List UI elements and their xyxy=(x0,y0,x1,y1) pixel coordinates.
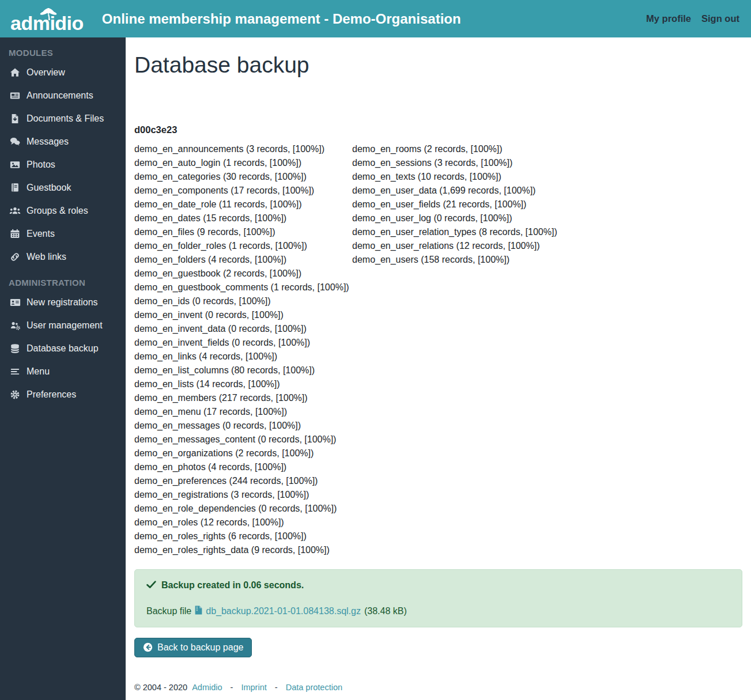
table-entry: demo_en_organizations (2 records, [100%]… xyxy=(134,447,352,460)
sidebar-item-announcements[interactable]: Announcements xyxy=(0,84,126,107)
table-entry: demo_en_folders (4 records, [100%]) xyxy=(134,253,352,267)
sidebar-item-label: Photos xyxy=(27,160,55,170)
table-entry: demo_en_announcements (3 records, [100%]… xyxy=(134,142,352,156)
alert-message: Backup created in 0.06 seconds. xyxy=(161,580,304,591)
table-entry: demo_en_list_columns (80 records, [100%]… xyxy=(134,364,352,377)
app-title: Online membership management - Demo-Orga… xyxy=(102,11,461,27)
main-content: Database backup d00c3e23 demo_en_announc… xyxy=(126,37,751,692)
backup-file-link[interactable]: db_backup.2021-01-01.084138.sql.gz xyxy=(206,606,361,616)
users-cog-icon xyxy=(9,320,21,331)
sidebar-item-label: User management xyxy=(27,320,103,331)
footer-link-imprint[interactable]: Imprint xyxy=(241,683,266,692)
sidebar-item-database-backup[interactable]: Database backup xyxy=(0,337,126,360)
table-entry: demo_en_user_data (1,699 records, [100%]… xyxy=(352,184,557,198)
table-entry: demo_en_links (4 records, [100%]) xyxy=(134,350,352,364)
table-entry: demo_en_invent_fields (0 records, [100%]… xyxy=(134,336,352,350)
database-icon xyxy=(9,343,21,354)
table-entry: demo_en_roles_rights_data (9 records, [1… xyxy=(134,543,352,557)
table-entry: demo_en_invent_data (0 records, [100%]) xyxy=(134,322,352,336)
sidebar-item-documents-files[interactable]: Documents & Files xyxy=(0,107,126,130)
sidebar-item-overview[interactable]: Overview xyxy=(0,61,126,84)
sidebar-item-groups-roles[interactable]: Groups & roles xyxy=(0,199,126,222)
sidebar-item-photos[interactable]: Photos xyxy=(0,153,126,176)
sidebar-item-messages[interactable]: Messages xyxy=(0,130,126,153)
check-icon xyxy=(146,580,156,592)
table-list: demo_en_announcements (3 records, [100%]… xyxy=(134,142,742,557)
success-alert: Backup created in 0.06 seconds. Backup f… xyxy=(134,569,742,627)
footer-link-admidio[interactable]: Admidio xyxy=(192,683,222,692)
newspaper-icon xyxy=(9,90,21,101)
sidebar-section-heading: MODULES xyxy=(0,39,126,61)
my-profile-link[interactable]: My profile xyxy=(646,13,691,24)
table-list-right-column: demo_en_rooms (2 records, [100%])demo_en… xyxy=(352,142,557,557)
sign-out-link[interactable]: Sign out xyxy=(701,13,739,24)
table-entry: demo_en_roles (12 records, [100%]) xyxy=(134,516,352,529)
sidebar-item-label: Messages xyxy=(27,137,69,147)
table-entry: demo_en_categories (30 records, [100%]) xyxy=(134,170,352,184)
sidebar-item-label: Announcements xyxy=(27,90,93,101)
table-entry: demo_en_invent (0 records, [100%]) xyxy=(134,308,352,322)
menu-bars-icon xyxy=(9,366,21,377)
table-entry: demo_en_menu (17 records, [100%]) xyxy=(134,405,352,419)
table-entry: demo_en_texts (10 records, [100%]) xyxy=(352,170,557,184)
sidebar-item-events[interactable]: Events xyxy=(0,222,126,245)
app-logo[interactable]: admidio xyxy=(10,5,84,33)
table-entry: demo_en_folder_roles (1 records, [100%]) xyxy=(134,239,352,253)
table-entry: demo_en_preferences (244 records, [100%]… xyxy=(134,474,352,488)
users-icon xyxy=(9,206,21,216)
table-entry: demo_en_components (17 records, [100%]) xyxy=(134,184,352,198)
table-entry: demo_en_guestbook_comments (1 records, [… xyxy=(134,281,352,294)
sidebar-item-guestbook[interactable]: Guestbook xyxy=(0,176,126,199)
table-entry: demo_en_lists (14 records, [100%]) xyxy=(134,377,352,391)
sidebar-item-label: Overview xyxy=(27,67,65,78)
sidebar-item-label: New registrations xyxy=(27,297,98,308)
footer-link-data-protection[interactable]: Data protection xyxy=(286,683,342,692)
table-entry: demo_en_user_fields (21 records, [100%]) xyxy=(352,198,557,211)
sidebar-item-menu[interactable]: Menu xyxy=(0,360,126,383)
file-archive-icon xyxy=(195,606,202,617)
calendar-icon xyxy=(9,229,21,239)
file-download-icon xyxy=(9,113,21,124)
table-entry: demo_en_role_dependencies (0 records, [1… xyxy=(134,502,352,516)
sidebar-item-label: Guestbook xyxy=(27,183,71,193)
sidebar-item-label: Preferences xyxy=(27,389,76,400)
address-card-icon xyxy=(9,297,21,308)
sidebar-item-preferences[interactable]: Preferences xyxy=(0,383,126,406)
table-entry: demo_en_user_relations (12 records, [100… xyxy=(352,239,557,253)
home-icon xyxy=(9,67,21,78)
link-icon xyxy=(9,252,21,262)
table-entry: demo_en_messages (0 records, [100%]) xyxy=(134,419,352,433)
image-icon xyxy=(9,160,21,170)
comments-icon xyxy=(9,137,21,147)
table-entry: demo_en_registrations (3 records, [100%]… xyxy=(134,488,352,502)
table-list-left-column: demo_en_announcements (3 records, [100%]… xyxy=(134,142,352,557)
page-footer: © 2004 - 2020 Admidio - Imprint - Data p… xyxy=(134,683,742,692)
alert-message-row: Backup created in 0.06 seconds. xyxy=(146,580,730,592)
table-entry: demo_en_rooms (2 records, [100%]) xyxy=(352,142,557,156)
book-icon xyxy=(9,183,21,193)
table-entry: demo_en_guestbook (2 records, [100%]) xyxy=(134,267,352,281)
sidebar-item-user-management[interactable]: User management xyxy=(0,314,126,337)
footer-separator: - xyxy=(231,683,233,692)
header-nav: My profile Sign out xyxy=(646,13,739,24)
backup-id: d00c3e23 xyxy=(134,124,742,135)
backup-file-row: Backup file db_backup.2021-01-01.084138.… xyxy=(146,606,730,617)
sidebar-item-label: Groups & roles xyxy=(27,206,88,216)
table-entry: demo_en_user_log (0 records, [100%]) xyxy=(352,211,557,225)
table-entry: demo_en_auto_login (1 records, [100%]) xyxy=(134,156,352,170)
sidebar-item-label: Menu xyxy=(27,366,50,377)
sidebar: MODULESOverviewAnnouncementsDocuments & … xyxy=(0,37,126,700)
sidebar-item-label: Events xyxy=(27,229,55,239)
backup-file-label: Backup file xyxy=(146,606,191,616)
sidebar-item-new-registrations[interactable]: New registrations xyxy=(0,291,126,314)
arrow-left-circle-icon xyxy=(143,642,153,652)
copyright-text: © 2004 - 2020 xyxy=(134,683,187,692)
back-to-backup-button[interactable]: Back to backup page xyxy=(134,638,252,657)
sidebar-item-web-links[interactable]: Web links xyxy=(0,245,126,268)
table-entry: demo_en_ids (0 records, [100%]) xyxy=(134,294,352,308)
table-entry: demo_en_user_relation_types (8 records, … xyxy=(352,225,557,239)
table-entry: demo_en_photos (4 records, [100%]) xyxy=(134,460,352,474)
table-entry: demo_en_messages_content (0 records, [10… xyxy=(134,433,352,447)
sidebar-item-label: Database backup xyxy=(27,343,99,354)
page-title: Database backup xyxy=(134,52,742,79)
